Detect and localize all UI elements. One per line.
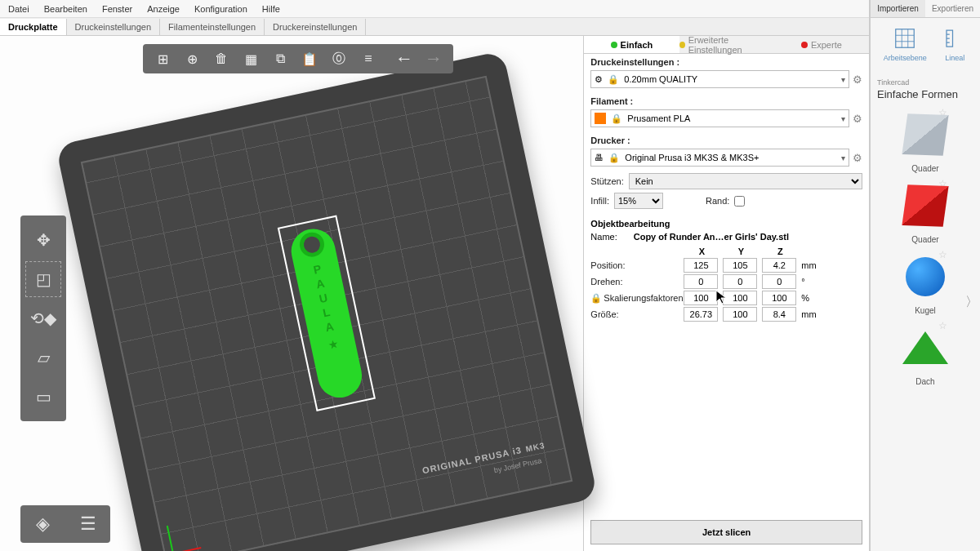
move-tool-icon[interactable]: ✥ bbox=[25, 222, 61, 258]
printer-label: Drucker : bbox=[584, 132, 869, 147]
top-toolbar: ⊞ ⊕ 🗑 ▦ ⧉ 📋 ⓪ ≡ ← → bbox=[143, 44, 453, 73]
cut-tool-icon[interactable]: ▭ bbox=[25, 379, 61, 415]
add-part-icon[interactable]: ⊕ bbox=[179, 47, 205, 70]
arrange-icon[interactable]: ▦ bbox=[238, 47, 264, 70]
favorite-icon[interactable]: ☆ bbox=[938, 320, 947, 331]
gear-icon: ⚙ bbox=[595, 74, 603, 85]
workplane-tool[interactable]: Arbeitsebene bbox=[884, 26, 927, 62]
view-solid-icon[interactable]: ◈ bbox=[20, 505, 65, 543]
split-icon[interactable]: ≡ bbox=[355, 47, 381, 70]
rotate-x-input[interactable] bbox=[684, 274, 718, 289]
axis-gizmo bbox=[166, 516, 204, 551]
import-tab[interactable]: Importieren bbox=[871, 0, 925, 17]
export-tab[interactable]: Exportieren bbox=[925, 0, 980, 17]
ruler-tool[interactable]: Lineal bbox=[942, 26, 967, 62]
tab-druckplatte[interactable]: Druckplatte bbox=[0, 19, 67, 35]
filament-label: Filament : bbox=[584, 93, 869, 108]
menu-hilfe[interactable]: Hilfe bbox=[262, 4, 280, 14]
position-z-input[interactable] bbox=[762, 258, 796, 273]
menubar: Datei Bearbeiten Fenster Anzeige Konfigu… bbox=[0, 0, 869, 18]
shape-quader-solid[interactable]: ☆ Quader bbox=[897, 181, 954, 244]
lock-icon: 🔒 bbox=[611, 113, 622, 124]
panel-expand-icon[interactable]: 〉 bbox=[965, 294, 978, 311]
scale-z-input[interactable] bbox=[762, 291, 796, 305]
instances-icon[interactable]: ⓪ bbox=[326, 47, 352, 70]
row-scale-label: 🔒Skalierungsfaktoren: bbox=[590, 293, 680, 304]
row-rotate-label: Drehen: bbox=[590, 277, 680, 287]
print-settings-label: Druckeinstellungen : bbox=[584, 54, 869, 69]
selected-object[interactable]: PAULA ★ bbox=[278, 216, 376, 411]
tab-druckereinstellungen[interactable]: Druckereinstellungen bbox=[265, 19, 366, 35]
brim-checkbox[interactable] bbox=[734, 196, 745, 207]
menu-fenster[interactable]: Fenster bbox=[102, 4, 132, 14]
position-x-input[interactable] bbox=[684, 258, 718, 273]
tab-filamenteinstellungen[interactable]: Filamenteinstellungen bbox=[160, 19, 265, 35]
printer-icon: 🖶 bbox=[595, 153, 604, 162]
size-y-input[interactable] bbox=[723, 307, 757, 322]
delete-icon[interactable]: 🗑 bbox=[208, 47, 234, 70]
col-z: Z bbox=[762, 247, 798, 256]
shapes-category-title[interactable]: Einfache Formen bbox=[871, 88, 980, 105]
rotate-y-input[interactable] bbox=[723, 274, 757, 289]
mode-advanced[interactable]: Erweiterte Einstellungen bbox=[679, 36, 774, 53]
scale-y-input[interactable] bbox=[723, 291, 757, 305]
mode-expert[interactable]: Experte bbox=[774, 36, 869, 53]
shape-dach[interactable]: ☆ Dach bbox=[897, 323, 954, 386]
svg-rect-0 bbox=[896, 29, 915, 48]
copy-icon[interactable]: ⧉ bbox=[267, 47, 293, 70]
right-sidepanel: Einfach Erweiterte Einstellungen Experte… bbox=[583, 36, 869, 551]
3d-viewport[interactable]: ⊞ ⊕ 🗑 ▦ ⧉ 📋 ⓪ ≡ ← → ✥ ◰ ⟲◆ ▱ ▭ bbox=[0, 36, 583, 551]
lock-icon[interactable]: 🔒 bbox=[590, 293, 602, 303]
bed-brand-text: ORIGINAL PRUSA i3 MK3 bbox=[421, 437, 546, 476]
objedit-title: Objektbearbeitung bbox=[590, 219, 862, 229]
menu-konfiguration[interactable]: Konfiguration bbox=[194, 4, 247, 14]
col-y: Y bbox=[723, 247, 759, 256]
select-tool-icon[interactable]: ◰ bbox=[25, 261, 61, 297]
view-mode-toggle: ◈ ☰ bbox=[20, 505, 110, 543]
infill-select[interactable]: 15% bbox=[614, 193, 663, 209]
redo-arrow-icon[interactable]: → bbox=[421, 47, 447, 70]
menu-datei[interactable]: Datei bbox=[8, 4, 29, 14]
rotate-unit: ° bbox=[801, 277, 826, 287]
object-keyhole bbox=[297, 230, 327, 260]
printer-dropdown[interactable]: 🖶 🔒 Original Prusa i3 MK3S & MK3S+ bbox=[590, 149, 849, 167]
size-z-input[interactable] bbox=[762, 307, 796, 322]
filament-gear-icon[interactable]: ⚙ bbox=[853, 113, 862, 125]
paste-icon[interactable]: 📋 bbox=[296, 47, 323, 70]
object-emboss-text: PAULA bbox=[310, 262, 337, 336]
objedit-name-value: Copy of Runder An…er Girls' Day.stl bbox=[634, 232, 789, 242]
shape-quader-hollow[interactable]: ☆ Quader bbox=[897, 110, 954, 173]
add-cube-icon[interactable]: ⊞ bbox=[149, 47, 176, 70]
support-select[interactable]: Kein bbox=[629, 173, 862, 189]
size-x-input[interactable] bbox=[684, 307, 718, 322]
support-label: Stützen: bbox=[590, 176, 623, 186]
rotate-z-input[interactable] bbox=[762, 274, 796, 289]
rotate-tool-icon[interactable]: ⟲◆ bbox=[25, 300, 61, 336]
favorite-icon[interactable]: ☆ bbox=[938, 249, 947, 260]
undo-arrow-icon[interactable]: ← bbox=[391, 47, 417, 70]
print-settings-gear-icon[interactable]: ⚙ bbox=[853, 73, 862, 86]
position-y-input[interactable] bbox=[723, 258, 757, 273]
scale-tool-icon[interactable]: ▱ bbox=[25, 340, 61, 375]
menu-anzeige[interactable]: Anzeige bbox=[147, 4, 180, 14]
slice-button[interactable]: Jetzt slicen bbox=[590, 520, 862, 544]
lock-icon: 🔒 bbox=[608, 153, 620, 163]
print-settings-dropdown[interactable]: ⚙ 🔒 0.20mm QUALITY bbox=[590, 70, 849, 88]
shape-kugel[interactable]: ☆ Kugel bbox=[897, 252, 954, 315]
tab-druckeinstellungen[interactable]: Druckeinstellungen bbox=[67, 19, 161, 35]
main-tabs: Druckplatte Druckeinstellungen Filamente… bbox=[0, 18, 869, 36]
row-size-label: Größe: bbox=[590, 309, 680, 319]
scale-x-input[interactable] bbox=[684, 291, 718, 305]
printer-gear-icon[interactable]: ⚙ bbox=[853, 152, 862, 164]
menu-bearbeiten[interactable]: Bearbeiten bbox=[44, 4, 87, 14]
scale-unit: % bbox=[801, 293, 826, 303]
row-position-label: Position: bbox=[590, 260, 680, 270]
tinkercad-panel: Importieren Exportieren Arbeitsebene Lin… bbox=[870, 0, 980, 551]
brim-label: Rand: bbox=[706, 196, 729, 206]
mode-simple[interactable]: Einfach bbox=[584, 36, 679, 53]
filament-dropdown[interactable]: 🔒 Prusament PLA bbox=[590, 109, 849, 127]
view-layers-icon[interactable]: ☰ bbox=[65, 505, 110, 543]
filament-swatch bbox=[595, 113, 606, 124]
lock-icon: 🔒 bbox=[608, 74, 619, 85]
mode-tabs: Einfach Erweiterte Einstellungen Experte bbox=[584, 36, 869, 54]
